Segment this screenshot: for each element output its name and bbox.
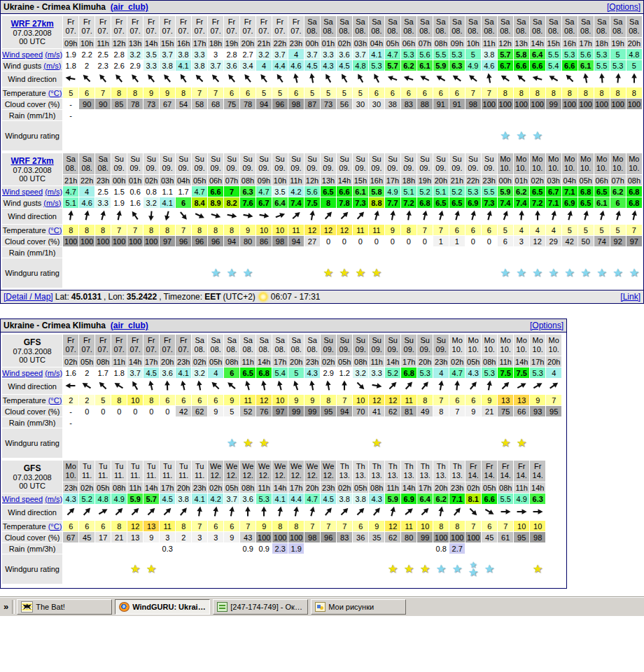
wind-direction-cell: [160, 209, 175, 224]
wind-speed-units-link[interactable]: (m/s): [45, 495, 62, 503]
wind-speed-cell: 4.1: [176, 368, 191, 378]
model-link[interactable]: WRF 27km: [10, 156, 53, 166]
wind-gusts-units-link[interactable]: (m/s): [43, 62, 61, 70]
model-run-time: 00 UTC: [2, 356, 62, 364]
taskbar-chevron[interactable]: »: [2, 601, 10, 612]
windguru-rating-cell: [514, 554, 529, 584]
wind-direction-cell: [95, 71, 111, 87]
wind-direction-arrow: [306, 505, 318, 518]
wind-speed-link[interactable]: Wind speed: [2, 369, 43, 377]
temperature-cell: 2: [79, 395, 94, 405]
forecast-table: GFS07.03.200800 UTCMo10.Tu11.Tu11.Tu11.T…: [1, 460, 546, 584]
rating-star: ★: [500, 130, 510, 141]
wind-direction-cell: [482, 71, 497, 87]
wind-direction-cell: [353, 379, 368, 394]
wind-direction-arrow: [515, 209, 528, 222]
wind-speed-cell: 5.7: [144, 493, 159, 504]
wind-speed-link[interactable]: Wind speed: [2, 495, 43, 503]
hour-header-cell: 16h: [369, 175, 384, 186]
wind-gusts-cell: 7.3: [482, 197, 497, 208]
options-link[interactable]: [Options]: [530, 321, 564, 330]
rating-row-label: Windguru rating: [2, 258, 62, 288]
rain-cell: [256, 247, 272, 258]
temperature-units-link[interactable]: (°C): [48, 226, 62, 234]
hour-header-cell: 04h: [369, 38, 384, 48]
wind-direction-arrow: [177, 379, 190, 392]
rain-cell: [401, 110, 416, 120]
wind-direction-arrow: [419, 505, 431, 518]
taskbar-button[interactable]: [247-174-749] - Окно со...: [213, 599, 308, 615]
firefox-icon: [119, 602, 130, 612]
hour-header-cell: 23h: [449, 482, 465, 493]
forecast-window-gfs: Ukraine - Crimea Klimuha (air_club) [Opt…: [0, 318, 567, 589]
windguru-rating-cell: [465, 428, 481, 458]
wind-gusts-units-link[interactable]: (m/s): [43, 199, 61, 207]
cloud-cover-cell: 54: [176, 99, 191, 109]
detail-map-link[interactable]: [Detail / Map]: [4, 292, 53, 302]
windguru-rating-cell: [433, 258, 449, 288]
rain-cell: [401, 417, 416, 428]
temperature-units-link[interactable]: (°C): [48, 89, 62, 97]
wind-speed-link[interactable]: Wind speed: [2, 50, 43, 59]
wind-speed-units-link[interactable]: (m/s): [45, 369, 62, 377]
permalink-link[interactable]: [Link]: [620, 292, 640, 302]
rain-cell: [369, 247, 384, 258]
cloud-cover-cell: 0: [111, 406, 127, 416]
temperature-units-link[interactable]: (°C): [48, 522, 62, 531]
wind-direction-row-label: Wind direction: [2, 379, 62, 394]
wind-speed-units-link[interactable]: (m/s): [45, 50, 62, 59]
airclub-link[interactable]: (air_club): [111, 321, 148, 330]
wind-speed-cell: 3.6: [240, 493, 255, 504]
rating-star: ★: [227, 267, 237, 279]
cloud-cover-cell: 70: [353, 406, 368, 416]
wind-direction-cell: [144, 209, 159, 224]
taskbar-button[interactable]: WindGURU: Ukraine - ...: [115, 599, 210, 615]
cloud-cover-cell: 88: [417, 99, 433, 109]
wind-speed-row-label: Wind speed (m/s): [2, 186, 62, 197]
hour-header-cell: 15h: [160, 38, 175, 48]
hour-header-cell: 08h: [482, 356, 497, 367]
wind-speed-units-link[interactable]: (m/s): [45, 188, 62, 196]
hour-header-cell: 11h: [111, 356, 127, 367]
rain-cell: [176, 110, 191, 120]
windguru-rating-cell: ★: [514, 121, 529, 150]
rating-star: ★: [130, 564, 140, 575]
rain-cell: [144, 417, 159, 428]
cloud-cover-cell: 80: [240, 236, 255, 246]
rain-cell: [594, 247, 610, 258]
wind-direction-arrow: [547, 72, 560, 85]
day-header-cell: Th13.: [417, 461, 433, 482]
cloud-cover-cell: 43: [240, 532, 255, 542]
cloud-cover-row-label: Cloud cover (%): [2, 99, 62, 109]
wind-direction-cell: [208, 71, 223, 87]
wind-direction-arrow: [225, 72, 238, 85]
wind-gusts-cell: 6.1: [417, 60, 433, 71]
airclub-link[interactable]: (air_club): [111, 2, 148, 12]
temperature-cell: 6: [224, 521, 239, 531]
windguru-rating-cell: ★★: [465, 554, 481, 584]
wind-direction-cell: [562, 209, 578, 224]
wind-speed-link[interactable]: Wind speed: [2, 188, 43, 196]
taskbar-button[interactable]: The Bat!: [17, 599, 112, 615]
rain-cell: [95, 417, 111, 428]
wind-gusts-cell: 4: [256, 60, 272, 71]
wind-speed-cell: 5.7: [498, 49, 513, 59]
options-link[interactable]: [Options]: [607, 2, 640, 12]
temperature-units-link[interactable]: (°C): [48, 396, 62, 405]
temperature-cell: 11: [401, 395, 416, 405]
wind-gusts-cell: 8.2: [224, 197, 239, 208]
windguru-rating-cell: [304, 258, 320, 288]
rating-star: ★: [259, 438, 269, 449]
model-link[interactable]: WRF 27km: [10, 19, 53, 29]
cloud-cover-row-label: Cloud cover (%): [2, 236, 62, 246]
windguru-rating-cell: ★: [256, 428, 272, 458]
windguru-rating-cell: [176, 121, 191, 150]
temperature-cell: 9: [385, 225, 400, 235]
cloud-cover-cell: 21: [111, 532, 127, 542]
taskbar-button[interactable]: Мои рисунки: [311, 599, 406, 615]
day-header-cell: Su09.: [369, 335, 384, 356]
wind-speed-cell: 4: [288, 49, 304, 59]
wind-speed-cell: 6.8: [578, 186, 594, 197]
day-header-cell: Th13.: [369, 461, 384, 482]
wind-gusts-cell: 5.7: [385, 60, 400, 71]
